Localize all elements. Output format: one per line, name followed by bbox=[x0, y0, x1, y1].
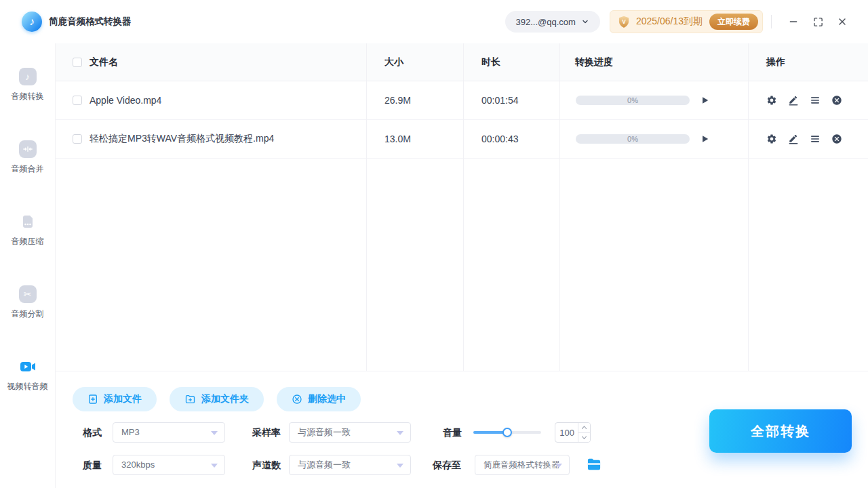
chevron-down-icon bbox=[581, 435, 587, 440]
list-menu-icon bbox=[810, 134, 821, 144]
vip-status: V 2025/06/13到期 立即续费 bbox=[610, 10, 763, 33]
progress-bar: 0% bbox=[576, 134, 690, 144]
delete-selected-label: 删除选中 bbox=[308, 393, 346, 405]
sample-rate-label: 采样率 bbox=[252, 422, 281, 443]
renew-now-button[interactable]: 立即续费 bbox=[709, 14, 758, 30]
title-bar: ♪ 简鹿音频格式转换器 392...@qq.com V 2025/06/13到期… bbox=[0, 0, 868, 43]
add-folder-button[interactable]: 添加文件夹 bbox=[170, 387, 264, 411]
list-menu-icon bbox=[810, 95, 821, 106]
sidebar-item-video-to-audio[interactable]: 视频转音频 bbox=[0, 358, 55, 392]
delete-selected-button[interactable]: 删除选中 bbox=[277, 387, 361, 411]
sample-rate-select[interactable]: 与源音频一致 bbox=[289, 422, 411, 443]
merge-icon bbox=[19, 140, 37, 158]
edit-pencil-icon bbox=[788, 134, 799, 144]
sidebar-item-audio-merge[interactable]: 音频合并 bbox=[0, 140, 55, 175]
play-button[interactable] bbox=[700, 134, 709, 144]
dropdown-arrow-icon bbox=[555, 464, 562, 468]
volume-increase-button[interactable] bbox=[578, 423, 590, 433]
column-divider bbox=[559, 43, 560, 371]
edit-pencil-icon bbox=[788, 95, 799, 106]
add-file-button[interactable]: 添加文件 bbox=[73, 387, 157, 411]
chevron-down-icon bbox=[581, 18, 589, 26]
remove-button[interactable] bbox=[831, 95, 842, 106]
file-name: 轻松搞定MP3转WAV音频格式视频教程.mp4 bbox=[90, 133, 274, 145]
maximize-button[interactable] bbox=[806, 9, 830, 34]
channels-select[interactable]: 与源音频一致 bbox=[289, 455, 411, 475]
dropdown-arrow-icon bbox=[397, 431, 403, 435]
folder-icon bbox=[587, 458, 601, 471]
edit-button[interactable] bbox=[788, 134, 799, 144]
volume-decrease-button[interactable] bbox=[578, 433, 590, 443]
sidebar: ♪ 音频转换 音频合并 音频压缩 ✂ 音频分割 bbox=[0, 43, 56, 488]
file-name: Apple Video.mp4 bbox=[90, 95, 161, 106]
save-to-label: 保存至 bbox=[433, 455, 461, 475]
minimize-icon bbox=[788, 16, 799, 27]
dropdown-arrow-icon bbox=[211, 464, 218, 468]
column-divider bbox=[748, 43, 749, 371]
file-duration: 00:01:54 bbox=[463, 95, 559, 106]
volume-slider[interactable] bbox=[473, 431, 541, 434]
table-row: 轻松搞定MP3转WAV音频格式视频教程.mp4 13.0M 00:00:43 0… bbox=[56, 120, 868, 159]
quality-select[interactable]: 320kbps bbox=[113, 455, 225, 475]
edit-button[interactable] bbox=[788, 95, 799, 106]
close-circle-icon bbox=[831, 95, 842, 106]
progress-value: 0% bbox=[627, 135, 638, 143]
column-divider bbox=[463, 43, 464, 371]
file-size: 26.9M bbox=[366, 95, 463, 106]
vip-expiry-date: 2025/06/13到期 bbox=[636, 16, 703, 28]
dropdown-arrow-icon bbox=[211, 431, 218, 435]
progress-value: 0% bbox=[627, 96, 638, 104]
open-folder-button[interactable] bbox=[586, 457, 602, 473]
video-camera-icon bbox=[19, 358, 37, 375]
settings-button[interactable] bbox=[766, 134, 777, 144]
settings-button[interactable] bbox=[766, 95, 777, 106]
account-dropdown[interactable]: 392...@qq.com bbox=[505, 11, 600, 33]
add-folder-label: 添加文件夹 bbox=[201, 393, 249, 405]
format-label: 格式 bbox=[83, 422, 102, 443]
table-row: Apple Video.mp4 26.9M 00:01:54 0% bbox=[56, 81, 868, 120]
sidebar-item-label: 视频转音频 bbox=[7, 381, 48, 392]
column-divider bbox=[366, 43, 367, 371]
remove-button[interactable] bbox=[831, 134, 842, 144]
volume-input-group bbox=[555, 422, 591, 443]
sidebar-item-label: 音频转换 bbox=[12, 91, 44, 102]
header-size: 大小 bbox=[366, 56, 463, 68]
play-icon bbox=[700, 96, 709, 105]
play-button[interactable] bbox=[700, 96, 709, 105]
header-filename: 文件名 bbox=[90, 56, 118, 68]
progress-bar: 0% bbox=[576, 96, 690, 105]
save-to-value: 简鹿音频格式转换器 bbox=[484, 460, 560, 470]
add-file-icon bbox=[87, 394, 98, 405]
info-list-button[interactable] bbox=[810, 134, 821, 144]
format-value: MP3 bbox=[121, 427, 140, 437]
channels-value: 与源音频一致 bbox=[298, 460, 351, 470]
close-button[interactable] bbox=[830, 9, 854, 34]
format-select[interactable]: MP3 bbox=[113, 422, 225, 443]
bottom-panel: 添加文件 添加文件夹 删除选中 格式 MP3 采样率 与源音频一致 音量 质量 … bbox=[56, 371, 868, 488]
sidebar-item-audio-split[interactable]: ✂ 音频分割 bbox=[0, 285, 55, 320]
fullscreen-icon bbox=[813, 17, 823, 27]
svg-text:V: V bbox=[622, 18, 626, 25]
minimize-button[interactable] bbox=[781, 9, 806, 34]
sidebar-item-audio-compress[interactable]: 音频压缩 bbox=[0, 213, 55, 247]
delete-circle-icon bbox=[292, 394, 302, 405]
gear-icon bbox=[766, 95, 777, 106]
row-checkbox[interactable] bbox=[73, 96, 82, 105]
save-to-select[interactable]: 简鹿音频格式转换器 bbox=[475, 455, 570, 475]
close-icon bbox=[837, 16, 848, 27]
chevron-up-icon bbox=[581, 425, 587, 430]
music-note-icon: ♪ bbox=[19, 68, 37, 85]
close-circle-icon bbox=[831, 134, 842, 144]
app-logo-icon: ♪ bbox=[22, 12, 42, 32]
convert-all-button[interactable]: 全部转换 bbox=[709, 409, 852, 453]
vip-badge-icon: V bbox=[617, 15, 631, 28]
table-header: 文件名 大小 时长 转换进度 操作 bbox=[56, 43, 868, 81]
row-checkbox[interactable] bbox=[73, 134, 82, 144]
header-duration: 时长 bbox=[463, 56, 559, 68]
volume-slider-handle[interactable] bbox=[502, 428, 512, 437]
sidebar-item-audio-convert[interactable]: ♪ 音频转换 bbox=[0, 68, 55, 102]
volume-input[interactable] bbox=[555, 423, 578, 442]
select-all-checkbox[interactable] bbox=[73, 58, 82, 67]
info-list-button[interactable] bbox=[810, 95, 821, 106]
quality-value: 320kbps bbox=[121, 460, 155, 470]
